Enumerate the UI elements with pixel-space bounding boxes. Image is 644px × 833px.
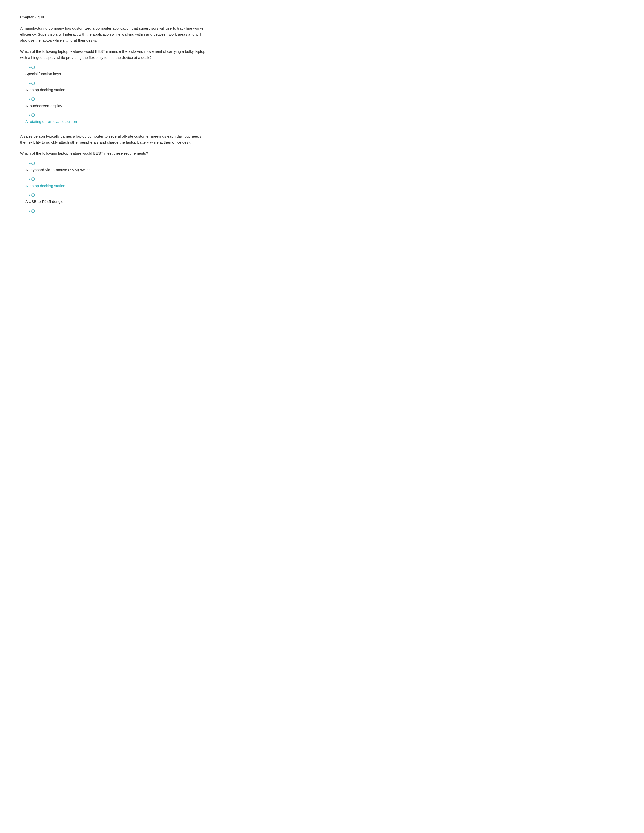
question-2-text-2: Which of the following laptop feature wo… [20, 150, 207, 156]
answer-label-1-3: A touchscreen display [20, 103, 207, 108]
answer-text-2-1: A keyboard-video-mouse (KVM) switch [25, 167, 90, 172]
answer-text-1-4: A rotating or removable screen [25, 119, 77, 124]
circle-icon-1-2 [31, 82, 35, 85]
answer-option-2-4[interactable] [20, 209, 207, 213]
answer-label-2-2: A laptop docking station [20, 183, 207, 188]
answer-option-1-2[interactable] [20, 82, 207, 85]
answer-icon-2-1 [25, 162, 35, 165]
question-2-block: A sales person typically carries a lapto… [20, 133, 207, 213]
question-2-text-1: A sales person typically carries a lapto… [20, 133, 207, 145]
answer-label-1-2: A laptop docking station [20, 87, 207, 92]
answer-icon-1-1 [25, 66, 35, 69]
answer-option-1-3[interactable] [20, 97, 207, 101]
circle-icon-2-1 [31, 162, 35, 165]
answer-text-2-3: A USB-to-RJ45 dongle [25, 199, 63, 204]
answer-label-2-3: A USB-to-RJ45 dongle [20, 199, 207, 204]
answer-text-1-2: A laptop docking station [25, 87, 65, 92]
answer-label-2-1: A keyboard-video-mouse (KVM) switch [20, 167, 207, 172]
answer-option-1-1[interactable] [20, 66, 207, 69]
chapter-title: Chapter 9 quiz [20, 15, 207, 19]
answer-icon-1-4 [25, 113, 35, 117]
answer-icon-2-2 [25, 177, 35, 181]
answer-option-2-2[interactable] [20, 177, 207, 181]
circle-icon-1-1 [31, 66, 35, 69]
answer-label-1-1: Special function keys [20, 71, 207, 77]
circle-icon-2-2 [31, 177, 35, 181]
answer-icon-2-4 [25, 209, 35, 213]
question-1-text-1: A manufacturing company has customized a… [20, 25, 207, 43]
answer-option-2-3[interactable] [20, 193, 207, 197]
circle-icon-1-4 [31, 113, 35, 117]
circle-icon-2-3 [31, 193, 35, 197]
answer-label-1-4: A rotating or removable screen [20, 119, 207, 124]
answer-text-2-2: A laptop docking station [25, 183, 65, 188]
question-1-block: A manufacturing company has customized a… [20, 25, 207, 124]
circle-icon-2-4 [31, 209, 35, 213]
question-1-text-2: Which of the following laptop features w… [20, 48, 207, 61]
answer-icon-1-3 [25, 97, 35, 101]
answer-icon-1-2 [25, 82, 35, 85]
circle-icon-1-3 [31, 97, 35, 101]
answer-option-1-4[interactable] [20, 113, 207, 117]
answer-icon-2-3 [25, 193, 35, 197]
answer-text-1-1: Special function keys [25, 71, 61, 77]
answer-text-1-3: A touchscreen display [25, 103, 62, 108]
answer-option-2-1[interactable] [20, 162, 207, 165]
